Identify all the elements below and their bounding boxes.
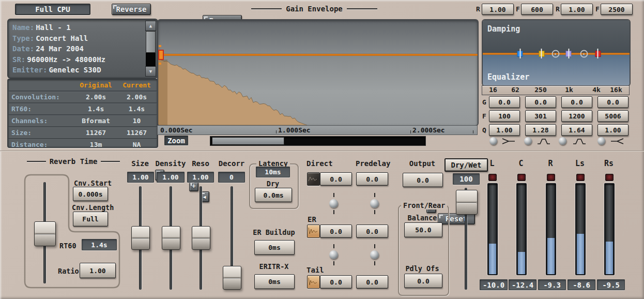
meter-fill xyxy=(577,234,584,274)
eq-band-marker[interactable] xyxy=(566,51,572,57)
ratio-field[interactable]: 1.00 xyxy=(80,263,116,278)
eq-freq-field-4[interactable]: 5006 xyxy=(597,110,628,122)
eq-q-field-2[interactable]: 1.28 xyxy=(525,124,556,136)
ir-stats-table: Original Current Convolution: 2.00s 2.00… xyxy=(7,79,158,148)
direct-er-crossfade-knob[interactable] xyxy=(329,199,338,208)
time-ruler: 0.000Sec 1.000Sec 2.000Sec xyxy=(157,125,478,135)
eq-q-3: 1.64 xyxy=(569,126,585,134)
damping-marker[interactable] xyxy=(580,50,588,58)
eq-band-marker[interactable] xyxy=(517,51,523,57)
gain-envelope-display[interactable] xyxy=(157,19,479,126)
scroll-up-button[interactable]: ▲ xyxy=(145,21,156,31)
level-meter-Ls xyxy=(575,183,586,275)
direct-predelay-field[interactable]: 0.0 xyxy=(356,172,388,186)
eq-freq-field-3[interactable]: 1200 xyxy=(561,110,592,122)
meter-value-Ls: -8.6 xyxy=(568,279,595,290)
cnv-length-field[interactable]: Full xyxy=(73,212,108,227)
cnv-length-label: Cnv.Length xyxy=(72,203,114,212)
f-value-2: 2500 xyxy=(608,6,624,13)
output-level-field[interactable]: 0.0 xyxy=(403,173,443,187)
rt60-readout: 1.4s xyxy=(82,239,117,250)
cpu-mode-select[interactable]: Full CPU xyxy=(15,4,90,15)
predelay-tail-crossfade-knob[interactable] xyxy=(370,250,379,259)
eq-q-field-4[interactable]: 1.00 xyxy=(597,124,628,136)
r-value-field-1[interactable]: 1.00 xyxy=(482,4,514,15)
er-signal-icon[interactable] xyxy=(307,225,320,238)
clip-led[interactable] xyxy=(605,174,614,181)
density-slider-handle[interactable] xyxy=(162,226,180,250)
reso-slider-handle[interactable] xyxy=(192,226,210,250)
er-predelay-field[interactable]: 0.0 xyxy=(356,225,388,238)
eq-q-field-1[interactable]: 1.00 xyxy=(489,124,520,136)
decay-waveform xyxy=(158,59,307,125)
eq-q-field-3[interactable]: 1.64 xyxy=(561,124,592,136)
eq-band-marker[interactable] xyxy=(539,51,544,57)
eq-gain-field-3[interactable]: 0.0 xyxy=(561,96,592,108)
reverb-time-slider-handle[interactable] xyxy=(34,221,56,246)
tail-predelay-value: 0.0 xyxy=(366,278,378,286)
divider-line xyxy=(251,8,282,9)
filter-shape-bell-icon xyxy=(572,137,587,145)
dry-wet-slider-handle[interactable] xyxy=(456,190,478,215)
dry-wet-readout: 100 xyxy=(453,173,480,185)
size-slider-handle[interactable] xyxy=(131,226,150,250)
cpu-mode-label: Full CPU xyxy=(35,5,70,13)
pdly-ofs-field[interactable]: 0.0 xyxy=(404,274,442,288)
scroll-down-button[interactable]: ▼ xyxy=(145,66,156,77)
eq-freq-field-1[interactable]: 100 xyxy=(489,110,520,122)
clip-led[interactable] xyxy=(517,174,526,181)
tail-level-field[interactable]: 0.0 xyxy=(320,275,352,289)
decorr-slider-handle[interactable] xyxy=(223,266,241,290)
damping-marker[interactable] xyxy=(551,50,559,58)
direct-signal-icon[interactable] xyxy=(307,172,320,186)
eq-gain-field-4[interactable]: 0.0 xyxy=(597,96,628,108)
meter-db-C: -12.4 xyxy=(512,281,533,289)
dry-latency-field[interactable]: 0.0ms xyxy=(255,188,292,202)
tail-signal-icon[interactable] xyxy=(307,275,320,289)
gain-envelope-line[interactable] xyxy=(158,54,478,56)
r-value-1: 1.00 xyxy=(489,6,505,13)
latency-readout[interactable]: 10ms xyxy=(256,167,290,177)
r-value-field-2[interactable]: 1.00 xyxy=(561,4,593,15)
er-level-field[interactable]: 0.0 xyxy=(320,225,352,238)
predelay-er-crossfade-knob[interactable] xyxy=(370,199,379,208)
envelope-scrollbar[interactable] xyxy=(210,136,426,146)
info-scrollbar[interactable]: ▲ ▼ xyxy=(145,21,156,77)
balance-field[interactable]: 50.0 xyxy=(404,222,442,237)
reverb-time-title: Reverb Time xyxy=(50,157,98,166)
eq-band1-enable-button[interactable] xyxy=(489,137,497,145)
envelope-handle[interactable] xyxy=(158,50,164,60)
eq-gain-field-1[interactable]: 0.0 xyxy=(489,96,520,108)
clip-led[interactable] xyxy=(547,174,555,181)
gain-envelope-title: Gain Envelope xyxy=(286,5,343,13)
decorr-value: 0 xyxy=(229,173,234,181)
clip-led[interactable] xyxy=(488,174,497,181)
er-tail-crossfade-knob[interactable] xyxy=(329,250,338,259)
direct-level-field[interactable]: 0.0 xyxy=(320,172,352,186)
damping-eq-display[interactable]: Damping Equalizer xyxy=(482,19,631,86)
envelope-node-dot[interactable] xyxy=(159,45,161,47)
scroll-thumb[interactable] xyxy=(146,31,156,53)
clip-led[interactable] xyxy=(576,174,585,181)
f-value-field-1[interactable]: 600 xyxy=(521,4,553,15)
eq-band-marker[interactable] xyxy=(595,51,601,57)
envelope-scroll-thumb[interactable] xyxy=(212,137,284,145)
scroll-track[interactable] xyxy=(146,53,156,66)
eq-band4-enable-button[interactable] xyxy=(597,137,605,145)
tail-predelay-field[interactable]: 0.0 xyxy=(356,275,388,289)
eq-band3-enable-button[interactable] xyxy=(559,137,566,145)
reverse-button[interactable]: Reverse xyxy=(112,4,151,15)
table-row: Size: 11267 11267 xyxy=(8,127,157,139)
reso-readout: 1.00 xyxy=(187,172,214,183)
envelope-node-dot[interactable] xyxy=(159,63,161,65)
cnv-start-field[interactable]: 0.000s xyxy=(73,187,108,201)
dry-wet-button[interactable]: Dry/Wet xyxy=(444,158,488,172)
eq-freq-field-2[interactable]: 301 xyxy=(525,110,556,122)
eritrx-field[interactable]: 0ms xyxy=(254,274,295,289)
f-value-field-2[interactable]: 2500 xyxy=(601,4,633,15)
eq-gain-field-2[interactable]: 0.0 xyxy=(525,96,556,108)
cell-original: 2.00s xyxy=(75,93,116,101)
eq-band2-enable-button[interactable] xyxy=(524,137,532,145)
er-buildup-field[interactable]: 0ms xyxy=(254,240,295,255)
meter-fill xyxy=(606,242,613,274)
